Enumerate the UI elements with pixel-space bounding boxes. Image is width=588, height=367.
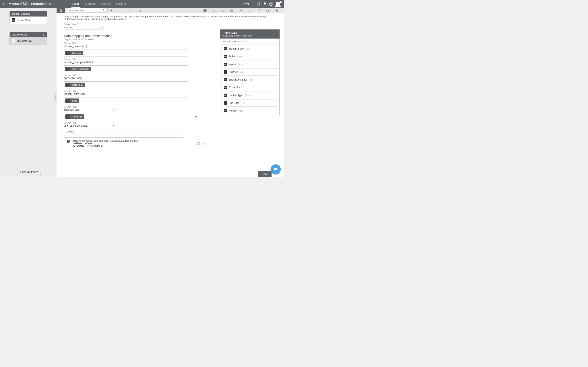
user-avatar[interactable] <box>276 2 280 6</box>
tab-manage[interactable]: Manage <box>85 0 96 8</box>
tool-gears-icon[interactable] <box>272 8 281 13</box>
page-title: MicrosoftSQL integration <box>9 2 47 6</box>
tool-info-icon[interactable] <box>245 8 254 13</box>
op-plus[interactable]: + <box>107 8 115 13</box>
mssql-icon: SQL <box>12 39 15 43</box>
trigger-node-title: Incident Updated <box>12 12 30 15</box>
help-arg-label: ARGUMENT : <box>73 145 88 147</box>
field-chip[interactable]: •—•Category <box>65 51 83 55</box>
tool-signal-icon[interactable] <box>209 8 218 13</box>
chat-widget-button[interactable] <box>270 164 281 175</box>
remove-row-icon[interactable] <box>197 142 200 145</box>
trigger-field-item[interactable]: nowClosed By <box>222 84 278 91</box>
table-select[interactable]: Incident <box>64 25 104 30</box>
trigger-field-item[interactable]: nowIncident State(abc) <box>222 45 278 52</box>
field-chip[interactable]: •—•Short Description <box>65 67 91 71</box>
edit-icon[interactable] <box>49 2 52 6</box>
trigger-field-item[interactable]: nowDue Date <box>222 99 278 107</box>
open-external-icon[interactable] <box>257 2 260 6</box>
add-row-icon[interactable] <box>203 142 207 145</box>
chevron-down-icon <box>102 26 104 29</box>
more-icon[interactable] <box>42 33 45 36</box>
column-field[interactable]: incident_state *(abc): <box>64 92 114 96</box>
mapping-input[interactable]: NOW( ) <box>64 129 188 136</box>
op-div[interactable]: / <box>130 8 137 13</box>
column-field[interactable]: incident_name *(abc): <box>64 44 114 48</box>
op-rparen[interactable]: ) <box>144 8 151 13</box>
trigger-field-item[interactable]: nowNumber(abc) <box>222 107 278 114</box>
svg-point-11 <box>268 9 268 10</box>
status-label: Draft <box>242 2 249 6</box>
tool-bulb-icon[interactable] <box>254 8 263 13</box>
choose-table: Choose Table * Incident <box>64 23 277 30</box>
tool-chart-icon[interactable] <box>227 8 236 13</box>
mapping-input[interactable]: •—•State <box>64 97 188 104</box>
svg-point-13 <box>276 9 277 11</box>
remove-row-icon[interactable] <box>194 116 198 120</box>
svg-point-3 <box>43 35 44 36</box>
servicenow-icon: now <box>224 86 227 89</box>
action-node-title: Upsert Record <box>12 33 27 36</box>
search-icon[interactable] <box>102 9 105 12</box>
flow-summary-button[interactable]: Flow Summary <box>17 169 41 175</box>
mapping-input[interactable]: •—•Opened By <box>64 81 188 88</box>
servicenow-icon: now <box>224 109 227 112</box>
trigger-field-item[interactable]: nowUrgency(abc) <box>222 68 278 76</box>
help-text: Drag & drop or click fields from the Tri… <box>57 13 284 22</box>
column-field[interactable]: incident_description *(abc): <box>64 60 114 64</box>
svg-point-7 <box>250 9 250 10</box>
function-search[interactable] <box>66 8 106 13</box>
function-bar: fx + - * / ( ) <box>57 8 284 13</box>
info-icon: i <box>67 140 70 143</box>
save-button[interactable]: Save <box>258 171 272 177</box>
op-minus[interactable]: - <box>115 8 122 13</box>
mapping-input[interactable]: •—•Closed By <box>64 113 188 120</box>
svg-point-4 <box>102 9 104 11</box>
collapse-sidebar-button[interactable] <box>54 93 57 101</box>
servicenow-icon: now <box>224 70 227 74</box>
op-mult[interactable]: * <box>122 8 130 13</box>
trigger-panel-header: Trigger Data Drag & drop or click to map… <box>220 30 279 39</box>
column-field[interactable]: openedBy *(abc): <box>64 76 114 80</box>
tab-observe[interactable]: Observe <box>100 0 111 8</box>
bell-icon[interactable] <box>263 2 267 6</box>
trigger-data-panel: Trigger Data Drag & drop or click to map… <box>220 29 280 115</box>
column-field[interactable]: time_of_incident (abc)▾: <box>64 124 114 128</box>
mapping-input[interactable]: •—•Short Description <box>64 66 188 72</box>
trigger-field-item[interactable]: nowContact Type(abc) <box>222 92 278 99</box>
mapping-input[interactable]: •—•Category <box>64 50 188 57</box>
svg-rect-5 <box>204 9 207 12</box>
op-lparen[interactable]: ( <box>137 8 144 13</box>
fx-operators: + - * / ( ) <box>107 8 151 13</box>
mapping-row: Column Fieldtime_of_incident (abc)▾:NOW(… <box>64 122 277 136</box>
table-label: Choose Table * <box>64 23 277 25</box>
svg-rect-18 <box>243 102 245 104</box>
trigger-search-input[interactable]: Search a Trigger field... <box>220 39 279 45</box>
tool-grid-icon[interactable] <box>200 8 209 13</box>
svg-point-14 <box>277 10 278 12</box>
function-search-input[interactable] <box>66 8 106 13</box>
tool-clock-icon[interactable] <box>218 8 227 13</box>
svg-point-2 <box>43 34 44 35</box>
field-chip[interactable]: •—•State <box>65 99 79 103</box>
trigger-node[interactable]: Incident Updated now ServiceNow <box>9 11 47 24</box>
tab-recipes[interactable]: Recipes <box>116 0 127 8</box>
column-field[interactable]: closedBy (abc)▾: <box>64 108 114 112</box>
tab-design[interactable]: Design <box>71 0 80 8</box>
trigger-panel-subtitle: Drag & drop or click to map fields <box>222 35 277 37</box>
action-node[interactable]: Upsert Record SQL Microsoft SQL <box>9 32 47 45</box>
fx-icon: fx <box>57 8 65 13</box>
tool-palette-icon[interactable] <box>263 8 272 13</box>
top-tabs: Design Manage Observe Recipes <box>71 0 127 8</box>
alert-icon <box>279 0 282 3</box>
help-icon[interactable] <box>269 2 273 6</box>
back-arrow-icon[interactable] <box>2 2 6 6</box>
trigger-field-item[interactable]: nowImpact(abc) <box>222 60 278 68</box>
field-chip[interactable]: •—•Closed By <box>65 114 84 119</box>
field-chip[interactable]: •—•Opened By <box>65 83 85 87</box>
servicenow-icon: now <box>224 78 227 81</box>
servicenow-icon: now <box>12 18 15 22</box>
tool-text-icon[interactable] <box>236 8 245 13</box>
trigger-field-item[interactable]: nowActive(T/F) <box>222 53 278 60</box>
trigger-field-item[interactable]: nowShort Description(abc) <box>222 76 278 83</box>
